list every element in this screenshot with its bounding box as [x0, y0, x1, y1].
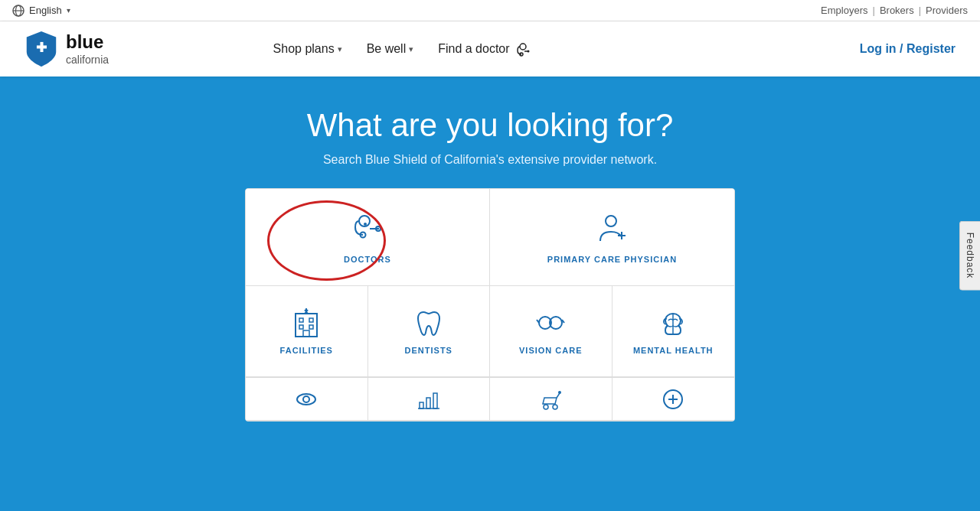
svg-point-13: [364, 223, 367, 226]
brain-icon: [658, 308, 688, 338]
main-nav: ✚ blue california Shop plans ▾ Be well ▾…: [0, 21, 980, 76]
facilities-label: FACILITIES: [280, 346, 333, 355]
stethoscope-nav-icon: [514, 41, 531, 57]
doctors-label: DOCTORS: [344, 255, 391, 264]
svg-point-7: [527, 50, 529, 53]
tooth-icon: [413, 308, 444, 338]
svg-point-12: [377, 228, 379, 229]
svg-rect-18: [299, 318, 303, 322]
hero-title: What are you looking for?: [15, 107, 965, 144]
login-register-button[interactable]: Log in / Register: [860, 42, 956, 56]
dentists-grid-item[interactable]: DENTISTS: [368, 286, 491, 377]
svg-point-39: [553, 405, 557, 409]
row3-item1[interactable]: [246, 378, 368, 421]
svg-text:✚: ✚: [36, 40, 47, 55]
eye-icon: [294, 387, 318, 412]
svg-line-29: [537, 320, 539, 323]
grid-row-3: [246, 378, 734, 421]
be-well-chevron: ▾: [409, 44, 413, 54]
utility-links: Employers | Brokers | Providers: [821, 5, 968, 16]
shield-logo-icon: ✚: [24, 30, 58, 68]
language-label: English: [29, 5, 62, 16]
grid-row-2: FACILITIES DENTISTS VISION CARE: [246, 286, 734, 378]
pcp-label: PRIMARY CARE PHYSICIAN: [547, 255, 677, 264]
svg-point-41: [558, 391, 561, 394]
svg-point-4: [520, 44, 526, 50]
svg-rect-19: [309, 318, 313, 322]
pcp-grid-item[interactable]: PRIMARY CARE PHYSICIAN: [490, 189, 734, 286]
svg-rect-21: [309, 325, 313, 329]
vision-care-label: VISION CARE: [519, 346, 583, 355]
logo-text: blue california: [66, 31, 109, 67]
stroller-icon: [538, 387, 563, 412]
feedback-tab[interactable]: Feedback: [959, 221, 980, 291]
svg-rect-36: [433, 393, 437, 408]
nav-links: Shop plans ▾ Be well ▾ Find a doctor: [273, 41, 531, 57]
stethoscope-icon: [349, 210, 386, 247]
svg-rect-35: [426, 398, 430, 408]
row3-item3[interactable]: [490, 378, 612, 421]
providers-link[interactable]: Providers: [926, 5, 968, 16]
brokers-link[interactable]: Brokers: [880, 5, 914, 16]
chart-icon: [416, 387, 441, 412]
chevron-down-icon: ▾: [67, 6, 70, 15]
provider-grid: DOCTORS PRIMARY CARE PHYSICIAN: [245, 188, 735, 421]
svg-rect-20: [299, 325, 303, 329]
shop-plans-chevron: ▾: [338, 44, 342, 54]
row3-item2[interactable]: [368, 378, 491, 421]
language-selector[interactable]: English ▾: [12, 5, 70, 17]
dentists-label: DENTISTS: [405, 346, 452, 355]
row3-item4[interactable]: [612, 378, 735, 421]
nav-right: Log in / Register: [860, 42, 956, 56]
utility-bar: English ▾ Employers | Brokers | Provider…: [0, 0, 980, 21]
shop-plans-link[interactable]: Shop plans ▾: [273, 42, 342, 56]
svg-rect-25: [303, 330, 309, 337]
be-well-link[interactable]: Be well ▾: [367, 42, 414, 56]
employers-link[interactable]: Employers: [821, 5, 867, 16]
hero-section: What are you looking for? Search Blue Sh…: [0, 76, 980, 437]
globe-icon: [12, 5, 24, 17]
person-plus-icon: [594, 210, 631, 247]
svg-point-33: [303, 396, 309, 402]
vision-care-grid-item[interactable]: VISION CARE: [490, 286, 612, 377]
facilities-grid-item[interactable]: FACILITIES: [246, 286, 368, 377]
mental-health-label: MENTAL HEALTH: [633, 346, 714, 355]
svg-point-38: [544, 405, 548, 409]
grid-row-1: DOCTORS PRIMARY CARE PHYSICIAN: [246, 189, 734, 286]
svg-rect-34: [420, 402, 423, 408]
doctors-grid-item[interactable]: DOCTORS: [246, 189, 490, 286]
svg-point-14: [606, 216, 616, 226]
mental-health-grid-item[interactable]: MENTAL HEALTH: [612, 286, 735, 377]
hero-subtitle: Search Blue Shield of California's exten…: [15, 153, 965, 167]
logo[interactable]: ✚ blue california: [24, 30, 109, 68]
plus-circle-icon: [661, 387, 685, 412]
svg-rect-17: [296, 314, 317, 337]
glasses-icon: [535, 308, 566, 338]
building-icon: [291, 308, 322, 338]
find-doctor-link[interactable]: Find a doctor: [438, 41, 531, 57]
